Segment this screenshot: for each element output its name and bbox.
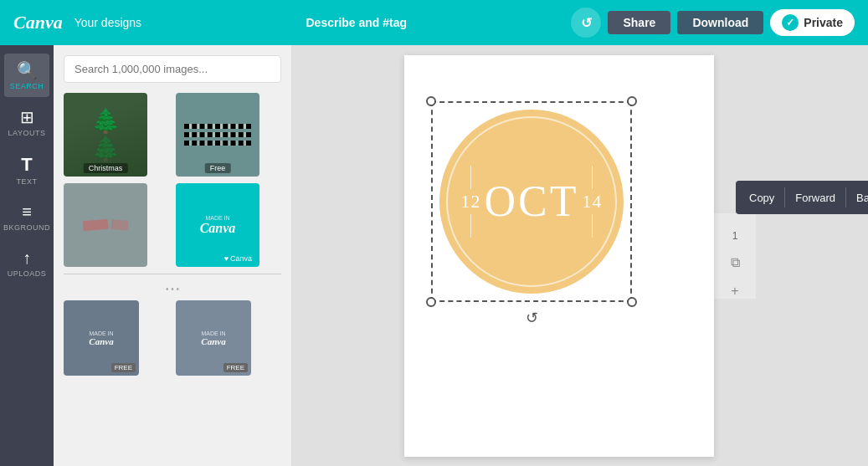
sidebar-text-label: TEXT (16, 177, 37, 186)
sidebar-item-text[interactable]: T TEXT (4, 147, 49, 192)
copy-button[interactable]: Copy (739, 187, 784, 209)
nav-label: Your designs (74, 16, 141, 29)
icon-sidebar: 🔍 SEARCH ⊞ LAYOUTS T TEXT ≡ BKGROUND ↑ U… (0, 45, 54, 466)
add-page-icon[interactable]: + (731, 284, 738, 299)
canva-badge: ♥ Canva (220, 253, 256, 264)
canva-logo: Canva (13, 12, 63, 33)
text-icon: T (21, 154, 32, 176)
template-item-made2[interactable]: MADE IN Canva FREE (176, 300, 251, 376)
date-text-container: 12 OCT 14 (461, 166, 603, 238)
copy-page-icon[interactable]: ⧉ (731, 255, 740, 270)
template-item-canva[interactable]: MADE IN Canva ♥ Canva (176, 183, 259, 267)
element-toolbar: Copy Forward Back 🗑 ▾ (736, 181, 868, 214)
made-in-label: MADE IN (200, 215, 236, 221)
describe-tag-label: Describe and #tag (306, 16, 408, 29)
private-check-icon: ✓ (782, 14, 799, 31)
template-label: Christmas (84, 163, 128, 173)
date-year: 14 (583, 191, 603, 213)
sidebar-item-layouts[interactable]: ⊞ LAYOUTS (4, 100, 49, 144)
sidebar-item-search[interactable]: 🔍 SEARCH (4, 54, 49, 97)
circle-graphic: 12 OCT 14 (438, 108, 625, 295)
background-icon: ≡ (22, 202, 32, 222)
back-button[interactable]: Back (846, 187, 868, 209)
uploads-icon: ↑ (23, 248, 31, 268)
layouts-icon: ⊞ (20, 107, 34, 127)
sidebar-background-label: BKGROUND (3, 223, 50, 232)
template-item[interactable]: Free (176, 93, 259, 177)
date-day: 12 (461, 191, 481, 213)
made-in-small-2: MADE IN (201, 330, 225, 336)
sidebar-uploads-label: UPLOADS (8, 269, 47, 278)
free-badge-2: FREE (223, 363, 248, 372)
template-label: Free (205, 163, 231, 173)
template-item-made1[interactable]: MADE IN Canva FREE (64, 300, 139, 376)
header-actions: ↺ Share Download ✓ Private (571, 8, 855, 38)
undo-button[interactable]: ↺ (571, 8, 601, 38)
canva-small-2: Canva (201, 336, 225, 346)
private-button[interactable]: ✓ Private (770, 9, 855, 36)
content-panel: 🌲 🌲 Christmas Free MADE IN (54, 45, 292, 466)
template-grid: 🌲 🌲 Christmas Free MADE IN (64, 93, 281, 267)
forward-button[interactable]: Forward (785, 187, 845, 209)
download-button[interactable]: Download (677, 11, 763, 34)
outer-circle: 12 OCT 14 (439, 110, 624, 294)
sidebar-search-label: SEARCH (10, 82, 44, 90)
template-grid-2: MADE IN Canva FREE MADE IN Canva FREE (64, 300, 281, 376)
sidebar-item-uploads[interactable]: ↑ UPLOADS (4, 242, 49, 284)
rotate-handle[interactable]: ↺ (526, 309, 538, 327)
search-icon: 🔍 (17, 60, 38, 80)
scroll-dots: • • • (64, 284, 281, 294)
canva-brand-text: Canva (200, 221, 236, 235)
free-badge-1: FREE (111, 363, 136, 372)
date-month: OCT (485, 177, 579, 226)
header-center: Describe and #tag (152, 16, 561, 29)
page-number: 1 (732, 230, 738, 242)
canva-badge-text: Canva (230, 254, 252, 263)
canva-small-1: Canva (89, 336, 113, 346)
handle-bottom-left[interactable] (426, 297, 436, 307)
page-canvas: 12 OCT 14 ↺ (404, 55, 714, 457)
right-panel: 1 ⧉ + (714, 213, 756, 299)
selected-element[interactable]: 12 OCT 14 ↺ (431, 101, 632, 302)
search-input[interactable] (64, 55, 281, 83)
share-button[interactable]: Share (608, 11, 670, 34)
handle-bottom-right[interactable] (627, 297, 637, 307)
handle-top-left[interactable] (426, 96, 436, 106)
sidebar-layouts-label: LAYOUTS (8, 129, 46, 137)
template-item[interactable] (64, 183, 147, 267)
private-label: Private (804, 16, 843, 29)
made-in-small-1: MADE IN (89, 330, 113, 336)
divider (64, 274, 281, 274)
sidebar-item-background[interactable]: ≡ BKGROUND (4, 196, 49, 238)
handle-top-right[interactable] (627, 96, 637, 106)
canvas-area: Copy Forward Back 🗑 ▾ (292, 45, 868, 466)
canva-template-inner: MADE IN Canva (200, 215, 236, 236)
logo-area: Canva Your designs (13, 12, 141, 33)
template-item[interactable]: 🌲 🌲 Christmas (64, 93, 147, 177)
header: Canva Your designs Describe and #tag ↺ S… (0, 0, 868, 45)
main-area: 🔍 SEARCH ⊞ LAYOUTS T TEXT ≡ BKGROUND ↑ U… (0, 45, 868, 466)
heart-icon: ♥ (224, 254, 229, 263)
